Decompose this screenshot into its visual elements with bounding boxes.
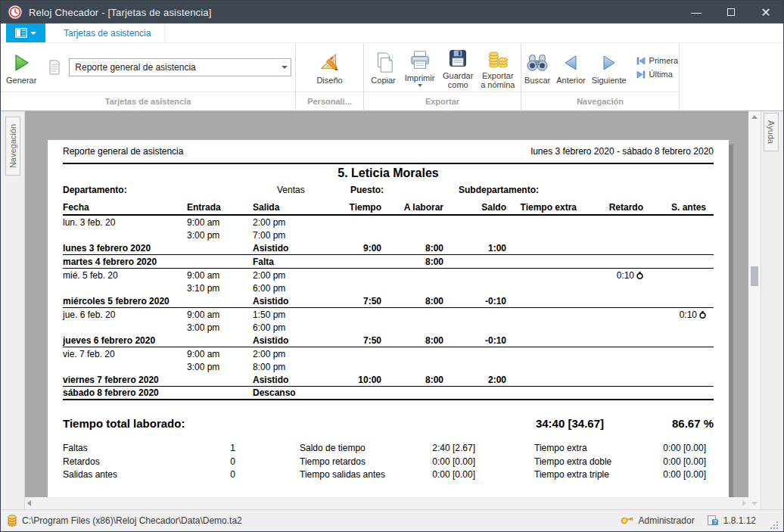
buscar-label: Buscar [524,76,550,85]
exportar-nomina-button[interactable]: Exportar a nómina [478,44,518,91]
table-day-summary-row: martes 4 febrero 2020 Falta 8:00 [63,255,714,269]
design-ruler-pencil-icon [319,50,341,76]
group-tarjetas-content: Generar Reporte general de asistencia [1,43,295,92]
chevron-down-icon [282,66,288,69]
ribbon-toolbar: Generar Reporte general de asistencia Ta… [1,43,783,111]
minimize-icon: — [691,6,702,18]
app-version: ? 1.8.1.12 [707,515,756,527]
database-path: C:\Program Files (x86)\Reloj Checador\Da… [22,515,242,526]
col-header-a-laborar: A laborar [381,202,443,213]
window-title: Reloj Checador - [Tarjetas de asistencia… [29,7,212,18]
copiar-button[interactable]: Copiar [367,48,400,86]
ultima-button[interactable]: Última [636,70,679,79]
printer-icon [409,48,431,73]
save-floppy-icon [447,45,468,71]
group-exportar-content: Copiar Imprimir [364,43,521,92]
report-template-button[interactable] [45,56,64,79]
first-page-icon [636,57,646,65]
group-personalizar: Diseño Personali... [296,43,364,110]
col-header-saldo: Saldo [443,202,506,213]
exportar-nomina-label: Exportar a nómina [481,71,515,89]
right-dock: Ayuda [761,111,783,509]
maximize-icon [727,8,735,16]
group-caption: Navegación [521,92,679,110]
scroll-left-icon[interactable] [27,500,31,506]
retardo-value: 0:10 [617,270,634,281]
imprimir-dropdown-icon [418,84,422,87]
app-window: Reloj Checador - [Tarjetas de asistencia… [0,0,784,532]
ultima-label: Última [649,70,673,79]
summary-section: Faltas 1 Saldo de tiempo 2:40 [2.67] Tie… [63,442,714,482]
siguiente-label: Siguiente [592,76,627,85]
scroll-down-icon[interactable] [751,502,758,506]
report-header: Reporte general de asistencia lunes 3 fe… [63,146,714,164]
maximize-button[interactable] [714,1,748,23]
navegacion-panel-tab[interactable]: Navegación [5,117,20,176]
scroll-right-icon[interactable] [742,500,746,506]
imprimir-button[interactable]: Imprimir [401,46,438,89]
resize-grip-icon[interactable] [770,521,779,530]
group-navegacion-content: Buscar Anterior [521,43,679,92]
report-selector[interactable]: Reporte general de asistencia [69,58,291,76]
employee-title: 5. Leticia Morales [63,166,714,180]
subdepartamento-label: Subdepartamento: [459,185,714,195]
table-row: 3:00 pm 7:00 pm [63,229,714,241]
salida-antes-value: 0:10 [680,310,697,320]
siguiente-button[interactable]: Siguiente [590,48,629,86]
report-selector-dropdown-button[interactable] [278,59,291,76]
first-last-buttons: Primera Última [636,56,679,79]
total-label: Tiempo total laborado: [63,417,490,430]
table-day-summary-row: jueves 6 febrero 2020 Asistido 7:50 8:00… [63,334,714,347]
table-day-summary-row: miércoles 5 febrero 2020 Asistido 7:50 8… [63,294,714,308]
ayuda-panel-tab[interactable]: Ayuda [764,113,779,151]
left-dock: Navegación [1,111,25,509]
last-page-icon [636,70,646,79]
col-header-fecha: Fecha [63,202,187,213]
vertical-scrollbar[interactable] [748,111,761,509]
report-name: Reporte general de asistencia [63,146,183,157]
table-row: 3:10 pm 6:00 pm [63,282,714,294]
table-row: mié. 5 feb. 20 9:00 am 2:00 pm 0:10 [63,269,714,282]
group-exportar: Copiar Imprimir [364,43,521,110]
report-viewer: Navegación Reporte general de asistencia… [1,111,783,509]
table-row: 3:00 pm 8:00 pm [63,360,714,373]
report-date-range: lunes 3 febrero 2020 - sábado 8 febrero … [530,146,714,157]
col-header-tiempo: Tiempo [332,202,381,213]
total-percent: 86.67 % [604,417,714,430]
buscar-button[interactable]: Buscar [522,48,552,86]
group-tarjetas: Generar Reporte general de asistencia Ta… [1,43,296,110]
tab-tarjetas-de-asistencia[interactable]: Tarjetas de asistencia [50,23,165,42]
generar-button[interactable]: Generar [4,48,39,86]
copiar-label: Copiar [371,76,395,85]
group-personalizar-content: Diseño [296,43,363,92]
report-viewport: Reporte general de asistencia lunes 3 fe… [25,111,748,497]
app-menu-button[interactable] [6,23,45,42]
anterior-button[interactable]: Anterior [554,48,588,86]
close-button[interactable]: ✕ [748,1,783,23]
employee-info-row: Departamento: Ventas Puesto: Subdepartam… [63,185,714,195]
total-row: Tiempo total laborado: 34:40 [34.67] 86.… [63,417,714,430]
scroll-up-icon[interactable] [751,115,758,119]
vertical-scrollbar-thumb[interactable] [751,266,758,286]
stopwatch-icon [699,311,706,319]
generar-label: Generar [6,76,36,85]
tab-strip: Tarjetas de asistencia [1,23,783,43]
minimize-button[interactable]: — [679,1,714,23]
table-row: vie. 7 feb. 20 9:00 am 2:00 pm [63,347,714,360]
primera-button[interactable]: Primera [636,56,679,65]
group-caption: Tarjetas de asistencia [1,92,295,110]
col-header-entrada: Entrada [187,202,253,213]
viewer-column: Reporte general de asistencia lunes 3 fe… [25,111,748,509]
guardar-como-label: Guardar como [442,71,474,89]
departamento-label: Departamento: [63,185,277,195]
guardar-como-button[interactable]: Guardar como [440,44,477,91]
summary-row: Faltas 1 Saldo de tiempo 2:40 [2.67] Tie… [63,442,714,456]
table-header-row: Fecha Entrada Salida Tiempo A laborar Sa… [63,202,714,216]
col-header-salida: Salida [253,202,332,213]
anterior-label: Anterior [556,76,586,85]
horizontal-scrollbar[interactable] [25,497,748,509]
diseno-button[interactable]: Diseño [314,48,344,86]
key-icon [621,515,634,526]
previous-arrow-icon [561,50,580,76]
next-arrow-icon [599,50,619,76]
